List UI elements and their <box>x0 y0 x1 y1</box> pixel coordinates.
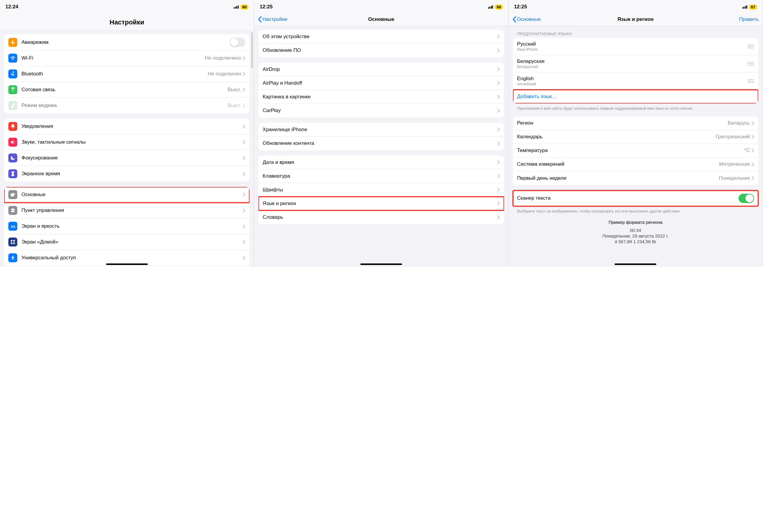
row-label: Bluetooth <box>22 71 208 77</box>
focus-row[interactable]: Фокусирование <box>4 150 250 166</box>
region-example: Пример формата региона 00:34 Понедельник… <box>513 214 758 251</box>
status-bar: 12:24 68 <box>0 0 254 13</box>
chevron-right-icon <box>752 121 754 125</box>
row-label: Дата и время <box>263 160 497 165</box>
svg-rect-3 <box>11 240 12 242</box>
home-indicator[interactable] <box>360 264 402 265</box>
chevron-right-icon <box>243 125 245 129</box>
settings-list[interactable]: Авиарежим Wi-Fi Не подключено Bluetooth … <box>0 31 254 267</box>
svg-rect-6 <box>13 243 15 244</box>
example-title: Пример формата региона <box>517 220 754 225</box>
carplay-row[interactable]: CarPlay <box>259 104 504 117</box>
keyboard-row[interactable]: Клавиатура <box>259 169 504 183</box>
hotspot-row[interactable]: Режим модема Выкл. <box>4 98 250 113</box>
row-label: Фокусирование <box>22 155 243 161</box>
general-list[interactable]: Об этом устройстве Обновление ПО AirDrop… <box>254 26 508 267</box>
language-row-belarusian[interactable]: БеларускаяБелорусский <box>513 55 758 72</box>
row-label: Об этом устройстве <box>263 34 497 40</box>
home-row[interactable]: Экран «Домой» <box>4 234 250 250</box>
drag-handle-icon[interactable] <box>747 45 754 48</box>
airplane-toggle[interactable] <box>230 38 245 47</box>
notifications-row[interactable]: Уведомления <box>4 119 250 135</box>
home-indicator[interactable] <box>614 264 656 265</box>
general-row[interactable]: Основные <box>4 187 250 203</box>
lang-name: English <box>517 76 745 82</box>
airplay-row[interactable]: AirPlay и Handoff <box>259 76 504 90</box>
row-label: Режим модема <box>22 103 227 108</box>
row-label: Обновление ПО <box>263 48 497 53</box>
first-weekday-row[interactable]: Первый день неделиПонедельник <box>513 171 758 185</box>
status-time: 12:25 <box>260 4 272 10</box>
language-row-english[interactable]: EnglishАнглийский <box>513 72 758 90</box>
language-region-row[interactable]: Язык и регион <box>259 197 504 210</box>
back-label: Настройки <box>262 16 287 22</box>
lang-sub: Белорусский <box>517 65 745 69</box>
airdrop-row[interactable]: AirDrop <box>259 62 504 76</box>
row-value: Не подключено <box>205 55 241 61</box>
row-label: AirPlay и Handoff <box>263 80 497 86</box>
measurement-row[interactable]: Система измеренийМетрическая <box>513 158 758 171</box>
screentime-row[interactable]: Экранное время <box>4 166 250 181</box>
dictionary-row[interactable]: Словарь <box>259 210 504 224</box>
refresh-row[interactable]: Обновление контента <box>259 137 504 150</box>
row-label: Словарь <box>263 214 497 220</box>
accessibility-icon <box>8 253 17 262</box>
status-indicators: 68 <box>488 4 503 10</box>
battery-badge: 67 <box>749 4 757 10</box>
wifi-row[interactable]: Wi-Fi Не подключено <box>4 51 250 66</box>
chevron-right-icon <box>243 56 245 60</box>
scrollbar[interactable] <box>252 32 253 68</box>
calendar-row[interactable]: КалендарьГригорианский <box>513 130 758 144</box>
temperature-row[interactable]: Температура°C <box>513 144 758 158</box>
edit-button[interactable]: Править <box>739 16 759 22</box>
row-label: Картинка в картинке <box>263 94 497 100</box>
chevron-right-icon <box>752 135 754 139</box>
bluetooth-row[interactable]: Bluetooth Не подключен <box>4 66 250 82</box>
nav-bar: Настройки Основные <box>254 13 508 26</box>
chevron-right-icon <box>497 81 500 85</box>
chevron-right-icon <box>497 35 500 39</box>
datetime-row[interactable]: Дата и время <box>259 156 504 169</box>
svg-rect-5 <box>11 243 12 244</box>
display-row[interactable]: AA Экран и яркость <box>4 218 250 234</box>
lang-sub: Английский <box>517 82 745 86</box>
battery-badge: 68 <box>495 4 502 10</box>
row-value: °C <box>744 148 750 154</box>
wallpaper-row[interactable]: Обои <box>4 266 250 267</box>
region-row[interactable]: РегионБеларусь <box>513 117 758 130</box>
chevron-right-icon <box>243 256 245 260</box>
moon-icon <box>8 154 17 162</box>
row-label: Экранное время <box>22 171 243 177</box>
home-indicator[interactable] <box>106 264 148 265</box>
chevron-right-icon <box>497 128 500 132</box>
cellular-signal-icon <box>488 5 493 9</box>
language-region-list[interactable]: ПРЕДПОЧИТАЕМЫЕ ЯЗЫКИ РусскийЯзык iPhone … <box>509 26 762 267</box>
text-scanner-row[interactable]: Сканер текста <box>513 190 758 206</box>
row-label: Календарь <box>517 134 715 140</box>
about-row[interactable]: Об этом устройстве <box>259 30 504 44</box>
language-row-russian[interactable]: РусскийЯзык iPhone <box>513 38 758 55</box>
chevron-right-icon <box>243 209 245 213</box>
control-center-row[interactable]: Пункт управления <box>4 203 250 218</box>
storage-row[interactable]: Хранилище iPhone <box>259 123 504 137</box>
row-label: Основные <box>22 192 243 198</box>
add-language-row[interactable]: Добавить язык… <box>513 90 758 103</box>
sounds-row[interactable]: Звуки, тактильные сигналы <box>4 135 250 150</box>
fonts-row[interactable]: Шрифты <box>259 183 504 197</box>
status-bar: 12:25 68 <box>254 0 508 13</box>
svg-rect-0 <box>11 209 15 210</box>
drag-handle-icon[interactable] <box>747 62 754 65</box>
antenna-icon <box>8 85 17 94</box>
software-update-row[interactable]: Обновление ПО <box>259 44 504 57</box>
chevron-right-icon <box>497 201 500 205</box>
chevron-right-icon <box>243 72 245 76</box>
text-scanner-toggle[interactable] <box>738 194 754 203</box>
chevron-right-icon <box>752 162 754 166</box>
svg-rect-1 <box>11 211 15 212</box>
cellular-row[interactable]: Сотовая связь Выкл. <box>4 82 250 98</box>
chevron-right-icon <box>497 215 500 219</box>
status-bar: 12:25 67 <box>509 0 762 13</box>
airplane-mode-row[interactable]: Авиарежим <box>4 34 250 51</box>
drag-handle-icon[interactable] <box>747 79 754 83</box>
pip-row[interactable]: Картинка в картинке <box>259 90 504 104</box>
